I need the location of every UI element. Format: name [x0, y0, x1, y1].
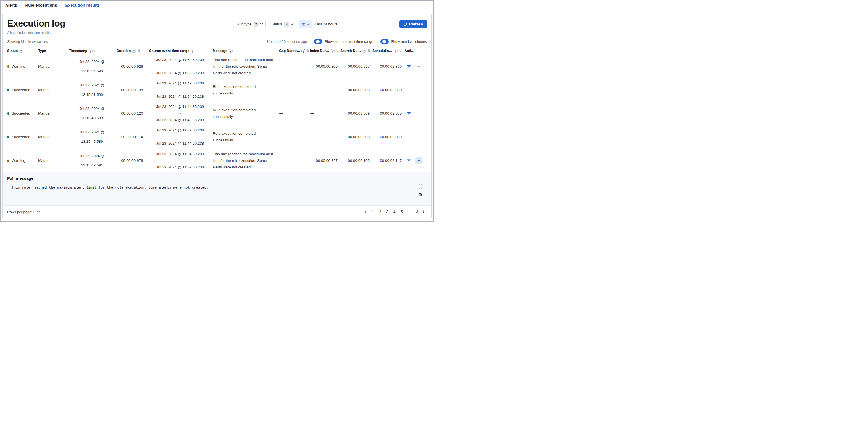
scheduling-duration-cell: 00:00:02:880: [372, 87, 404, 93]
table-row: SucceededManualJul 23, 2024 @13:15:51.59…: [7, 78, 427, 102]
actions-cell: [404, 87, 427, 93]
chevron-down-icon: [307, 22, 309, 25]
duration-cell: 00:00:00:114: [117, 134, 149, 140]
duration-cell: 00:00:00:120: [117, 110, 149, 117]
execution-log-panel: Execution log A log of rule execution re…: [2, 13, 432, 219]
filter-icon[interactable]: [406, 110, 412, 117]
help-icon: ?: [362, 49, 366, 53]
gap-duration-cell: —: [279, 157, 310, 164]
refresh-label: Refresh: [409, 22, 423, 26]
expand-fullscreen-icon[interactable]: [417, 183, 424, 189]
chevron-down-icon: [260, 22, 263, 25]
rows-per-page-label: Rows per page: 5: [7, 210, 35, 214]
meta-right: Updated 20 seconds ago Show source event…: [267, 39, 427, 44]
col-header-search-duration[interactable]: Search Du…?⇅: [340, 49, 372, 53]
col-header-status[interactable]: Status?: [7, 49, 38, 53]
table-row: WarningManualJul 23, 2024 @13:15:42.5910…: [7, 149, 427, 172]
col-header-scheduling-delay[interactable]: Schedulin…?⇅: [372, 49, 404, 53]
toggle-source-event-time-range[interactable]: Show source event time range: [314, 39, 373, 44]
previous-page-icon[interactable]: [362, 209, 369, 215]
help-icon: ?: [229, 49, 232, 53]
message-cell: Rule execution completed successfully: [213, 84, 279, 97]
source-event-time-range-cell: Jul 23, 2024 @ 11:44:50.238-Jul 23, 2024…: [149, 103, 213, 123]
help-icon: ?: [132, 49, 136, 53]
index-duration-cell: 00:00:00:309: [310, 63, 340, 70]
search-duration-cell: 00:00:00:008: [340, 134, 372, 140]
col-header-timestamp[interactable]: Timestamp?↓: [69, 49, 117, 53]
filter-icon[interactable]: [406, 157, 412, 164]
full-message-title: Full message: [7, 176, 427, 181]
col-header-actions: Acti…: [404, 49, 427, 53]
status-filter-button[interactable]: Status 3: [268, 20, 296, 28]
scheduling-duration-cell: 00:00:02:147: [372, 157, 404, 164]
sortable-icon: ⇅: [137, 49, 140, 53]
updated-timestamp: Updated 20 seconds ago: [267, 39, 307, 44]
col-header-duration[interactable]: Duration?⇅: [117, 49, 149, 53]
refresh-icon: [403, 22, 407, 26]
source-event-time-range-cell: Jul 23, 2024 @ 11:34:50.238-Jul 23, 2024…: [149, 151, 213, 171]
gap-duration-cell: —: [279, 110, 310, 117]
expanded-row-detail: Full message This rule reached the maxim…: [3, 172, 431, 205]
tab-execution-results[interactable]: Execution results: [65, 1, 100, 10]
pagination-page-13[interactable]: 13: [413, 209, 419, 215]
pagination-page-5[interactable]: 5: [399, 209, 405, 215]
date-quick-select-button[interactable]: [299, 20, 312, 28]
full-message-actions: [417, 183, 424, 197]
table-meta-row: Showing 61 rule executions Updated 20 se…: [3, 36, 431, 44]
timestamp-cell: Jul 23, 2024 @13:15:51.590: [69, 81, 117, 99]
actions-cell: [404, 157, 427, 164]
run-type-label: Run type: [237, 22, 251, 26]
message-cell: Rule execution completed successfully: [213, 130, 279, 144]
source-event-time-range-cell: Jul 23, 2024 @ 11:49:50.238-Jul 23, 2024…: [149, 80, 213, 100]
type-cell: Manual: [38, 110, 69, 117]
tab-alerts[interactable]: Alerts: [5, 1, 17, 10]
timestamp-cell: Jul 23, 2024 @13:15:42.591: [69, 151, 117, 170]
status-dot-icon: [7, 65, 9, 68]
status-count-badge: 3: [284, 22, 289, 27]
filter-icon[interactable]: [406, 87, 412, 93]
help-icon: ?: [331, 49, 335, 53]
pagination-page-3[interactable]: 3: [384, 209, 390, 215]
help-icon: ?: [394, 49, 398, 53]
col-header-message: Message?: [213, 49, 279, 53]
status-cell: Succeeded: [7, 134, 38, 140]
pagination-page-1[interactable]: 1: [370, 209, 376, 215]
pagination-ellipsis: …: [406, 209, 412, 215]
execution-table: Status? Type Timestamp?↓ Duration?⇅ Sour…: [3, 44, 431, 205]
card-header: Execution log A log of rule execution re…: [3, 13, 431, 36]
filter-icon[interactable]: [406, 134, 412, 140]
pagination-page-2[interactable]: 2: [377, 209, 383, 215]
sort-desc-icon: ↓: [94, 49, 96, 53]
rows-per-page-button[interactable]: Rows per page: 5: [7, 210, 39, 214]
index-duration-cell: —: [310, 87, 340, 93]
col-header-gap-duration[interactable]: Gap Durati…?⇅: [279, 49, 310, 53]
run-type-filter-button[interactable]: Run type 2: [233, 20, 266, 28]
type-cell: Manual: [38, 134, 69, 140]
date-range-input[interactable]: Last 24 hours: [312, 20, 397, 28]
timestamp-cell: Jul 23, 2024 @13:15:45.589: [69, 128, 117, 146]
search-duration-cell: 00:00:00:009: [340, 110, 372, 117]
col-header-source-event-time-range[interactable]: Source event time range?: [149, 49, 213, 53]
table-row: SucceededManualJul 23, 2024 @13:15:45.58…: [7, 125, 427, 149]
actions-cell: [404, 63, 427, 70]
status-label: Status: [271, 22, 282, 26]
pagination: 12345…13: [362, 209, 427, 215]
status-cell: Warning: [7, 157, 38, 164]
table-row: SucceededManualJul 23, 2024 @13:15:48.58…: [7, 102, 427, 125]
refresh-button[interactable]: Refresh: [400, 20, 427, 28]
copy-to-clipboard-icon[interactable]: [417, 191, 424, 197]
expand-row-chevron-down-icon[interactable]: [415, 63, 422, 70]
chevron-down-icon: [37, 210, 39, 212]
col-header-index-duration[interactable]: Index Dur…?⇅: [310, 49, 340, 53]
sortable-icon: ⇅: [367, 49, 370, 53]
scheduling-duration-cell: 00:00:02:885: [372, 110, 404, 117]
toggle-show-metrics-columns[interactable]: Show metrics columns: [380, 39, 427, 44]
scheduling-duration-cell: 00:00:02:860: [372, 63, 404, 70]
next-page-icon[interactable]: [420, 209, 427, 215]
filter-icon[interactable]: [406, 63, 412, 70]
pagination-page-4[interactable]: 4: [392, 209, 398, 215]
status-dot-icon: [7, 113, 9, 115]
timestamp-cell: Jul 23, 2024 @13:15:54.590: [69, 57, 117, 76]
collapse-row-chevron-up-icon[interactable]: [415, 157, 422, 164]
tab-rule-exceptions[interactable]: Rule exceptions: [25, 1, 57, 10]
